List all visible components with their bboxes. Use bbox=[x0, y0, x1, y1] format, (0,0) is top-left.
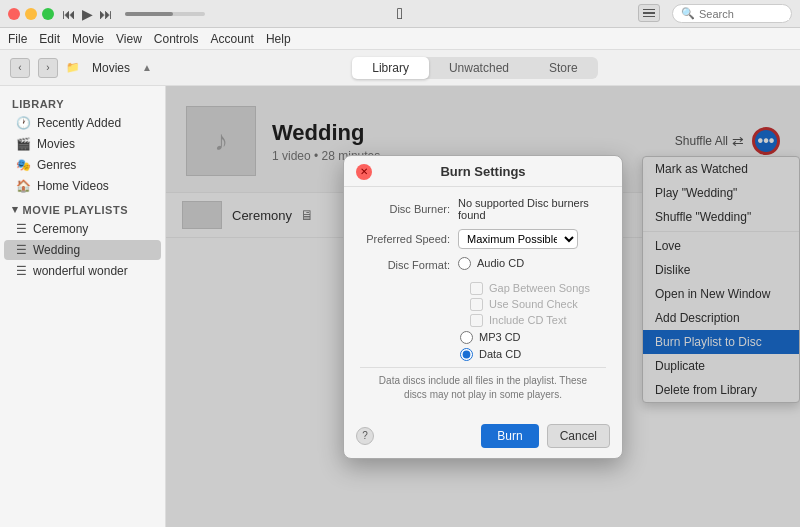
dialog-close-button[interactable]: ✕ bbox=[356, 164, 372, 180]
burn-button[interactable]: Burn bbox=[481, 424, 538, 448]
cd-text-checkbox[interactable] bbox=[470, 314, 483, 327]
playlists-header[interactable]: ▾ Movie Playlists bbox=[0, 197, 165, 218]
search-input[interactable] bbox=[699, 8, 789, 20]
burn-settings-dialog: ✕ Burn Settings Disc Burner: No supporte… bbox=[343, 155, 623, 459]
sidebar-item-wonderful-wonder[interactable]: ☰ wonderful wonder bbox=[4, 261, 161, 281]
sidebar-item-ceremony[interactable]: ☰ Ceremony bbox=[4, 219, 161, 239]
sidebar-item-wedding[interactable]: ☰ Wedding bbox=[4, 240, 161, 260]
data-cd-option[interactable]: Data CD bbox=[460, 348, 606, 361]
gap-songs-label: Gap Between Songs bbox=[489, 282, 590, 294]
data-cd-radio[interactable] bbox=[460, 348, 473, 361]
audio-options: Gap Between Songs Use Sound Check Includ… bbox=[360, 282, 606, 327]
help-button[interactable]: ? bbox=[356, 427, 374, 445]
menu-bar: File Edit Movie View Controls Account He… bbox=[0, 28, 800, 50]
menu-movie[interactable]: Movie bbox=[72, 32, 104, 46]
dialog-overlay: ✕ Burn Settings Disc Burner: No supporte… bbox=[166, 86, 800, 527]
library-section-label: Library bbox=[0, 94, 165, 112]
menu-help[interactable]: Help bbox=[266, 32, 291, 46]
data-cd-label: Data CD bbox=[479, 348, 521, 360]
dialog-title-bar: ✕ Burn Settings bbox=[344, 156, 622, 187]
maximize-button[interactable] bbox=[42, 8, 54, 20]
genres-icon: 🎭 bbox=[16, 158, 31, 172]
sidebar-item-movies[interactable]: 🎬 Movies bbox=[4, 134, 161, 154]
play-button[interactable]: ▶ bbox=[82, 6, 93, 22]
folder-icon: 📁 bbox=[66, 61, 80, 74]
dialog-body: Disc Burner: No supported Disc burners f… bbox=[344, 187, 622, 418]
menu-file[interactable]: File bbox=[8, 32, 27, 46]
sidebar-item-label: Ceremony bbox=[33, 222, 88, 236]
dialog-title: Burn Settings bbox=[372, 164, 594, 179]
sidebar-item-label: Movies bbox=[37, 137, 75, 151]
gap-between-songs-option[interactable]: Gap Between Songs bbox=[470, 282, 606, 295]
dialog-footer: ? Burn Cancel bbox=[344, 418, 622, 458]
menu-account[interactable]: Account bbox=[211, 32, 254, 46]
sidebar-item-label: wonderful wonder bbox=[33, 264, 128, 278]
playlist-icon: ☰ bbox=[16, 264, 27, 278]
include-cd-text-option[interactable]: Include CD Text bbox=[470, 314, 606, 327]
cd-text-label: Include CD Text bbox=[489, 314, 566, 326]
sidebar-item-label: Genres bbox=[37, 158, 76, 172]
disc-format-row: Disc Format: Audio CD bbox=[360, 257, 606, 274]
menu-view[interactable]: View bbox=[116, 32, 142, 46]
tab-unwatched[interactable]: Unwatched bbox=[429, 57, 529, 79]
use-sound-check-option[interactable]: Use Sound Check bbox=[470, 298, 606, 311]
fast-forward-button[interactable]: ⏭ bbox=[99, 6, 113, 22]
disc-burner-row: Disc Burner: No supported Disc burners f… bbox=[360, 197, 606, 221]
preferred-speed-label: Preferred Speed: bbox=[360, 233, 450, 245]
forward-button[interactable]: › bbox=[38, 58, 58, 78]
sidebar-item-label: Recently Added bbox=[37, 116, 121, 130]
disc-format-options: Audio CD bbox=[458, 257, 524, 274]
cancel-button[interactable]: Cancel bbox=[547, 424, 610, 448]
audio-cd-radio[interactable] bbox=[458, 257, 471, 270]
search-bar[interactable]: 🔍 bbox=[672, 4, 792, 23]
location-label: Movies bbox=[92, 61, 130, 75]
sidebar-item-genres[interactable]: 🎭 Genres bbox=[4, 155, 161, 175]
title-bar: ⏮ ▶ ⏭  🔍 bbox=[0, 0, 800, 28]
stepper-up[interactable]: ▲ bbox=[142, 62, 152, 73]
ham-line-3 bbox=[643, 16, 655, 18]
chevron-down-icon: ▾ bbox=[12, 203, 19, 216]
progress-bar[interactable] bbox=[125, 12, 205, 16]
playlist-icon: ☰ bbox=[16, 243, 27, 257]
recently-added-icon: 🕐 bbox=[16, 116, 31, 130]
disc-burner-label: Disc Burner: bbox=[360, 203, 450, 215]
hamburger-button[interactable] bbox=[638, 4, 660, 22]
menu-edit[interactable]: Edit bbox=[39, 32, 60, 46]
back-button[interactable]: ‹ bbox=[10, 58, 30, 78]
rewind-button[interactable]: ⏮ bbox=[62, 6, 76, 22]
search-icon: 🔍 bbox=[681, 7, 695, 20]
toolbar: ‹ › 📁 Movies ▲ Library Unwatched Store bbox=[0, 50, 800, 86]
tab-group: Library Unwatched Store bbox=[352, 57, 597, 79]
window-controls: 🔍 bbox=[632, 4, 792, 23]
sidebar-item-label: Home Videos bbox=[37, 179, 109, 193]
sidebar-item-recently-added[interactable]: 🕐 Recently Added bbox=[4, 113, 161, 133]
playlist-icon: ☰ bbox=[16, 222, 27, 236]
cd-type-options: MP3 CD Data CD bbox=[360, 331, 606, 361]
movies-icon: 🎬 bbox=[16, 137, 31, 151]
mp3-cd-radio[interactable] bbox=[460, 331, 473, 344]
audio-cd-option[interactable]: Audio CD bbox=[458, 257, 524, 270]
close-button[interactable] bbox=[8, 8, 20, 20]
traffic-lights bbox=[8, 8, 54, 20]
home-videos-icon: 🏠 bbox=[16, 179, 31, 193]
sound-check-checkbox[interactable] bbox=[470, 298, 483, 311]
disc-burner-value: No supported Disc burners found bbox=[458, 197, 606, 221]
main-layout: Library 🕐 Recently Added 🎬 Movies 🎭 Genr… bbox=[0, 86, 800, 527]
disc-format-label: Disc Format: bbox=[360, 259, 450, 271]
ham-line-1 bbox=[643, 9, 655, 11]
dialog-divider bbox=[360, 367, 606, 368]
ham-line-2 bbox=[643, 12, 655, 14]
sidebar-item-home-videos[interactable]: 🏠 Home Videos bbox=[4, 176, 161, 196]
sidebar-item-label: Wedding bbox=[33, 243, 80, 257]
apple-logo:  bbox=[397, 5, 403, 23]
minimize-button[interactable] bbox=[25, 8, 37, 20]
playlists-label: Movie Playlists bbox=[23, 204, 129, 216]
mp3-cd-option[interactable]: MP3 CD bbox=[460, 331, 606, 344]
content-area: ♪ Wedding 1 video • 28 minutes Shuffle A… bbox=[166, 86, 800, 527]
tab-library[interactable]: Library bbox=[352, 57, 429, 79]
tab-store[interactable]: Store bbox=[529, 57, 598, 79]
preferred-speed-select[interactable]: Maximum Possible bbox=[458, 229, 578, 249]
preferred-speed-row: Preferred Speed: Maximum Possible bbox=[360, 229, 606, 249]
gap-songs-checkbox[interactable] bbox=[470, 282, 483, 295]
menu-controls[interactable]: Controls bbox=[154, 32, 199, 46]
